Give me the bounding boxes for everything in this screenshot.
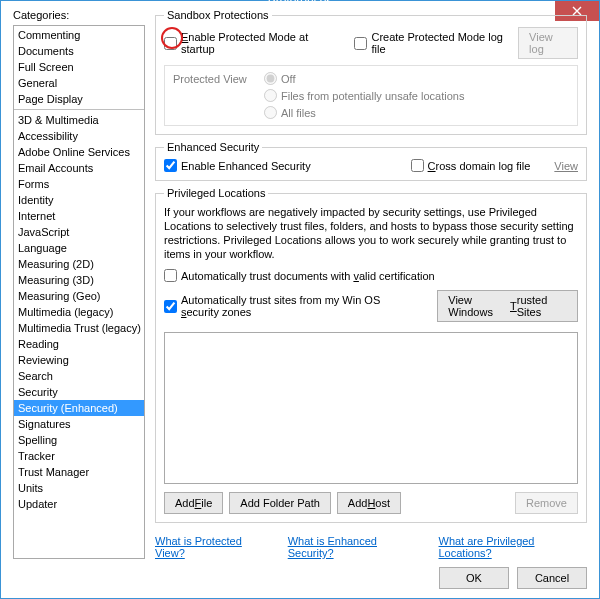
category-item[interactable]: Units	[14, 480, 144, 496]
privileged-locations-group: Privileged Locations If your workflows a…	[155, 187, 587, 523]
auto-trust-docs-checkbox[interactable]: Automatically trust documents with valid…	[164, 269, 578, 282]
category-item[interactable]: Measuring (3D)	[14, 272, 144, 288]
category-item[interactable]: Accessibility	[14, 128, 144, 144]
remove-button: Remove	[515, 492, 578, 514]
cross-domain-log-checkbox[interactable]: Cross domain log file	[411, 159, 531, 172]
enhanced-legend: Enhanced Security	[164, 141, 262, 153]
category-item[interactable]: Updater	[14, 496, 144, 512]
what-is-enhanced-security-link[interactable]: What is Enhanced Security?	[288, 535, 423, 559]
category-item[interactable]: Signatures	[14, 416, 144, 432]
preferences-window: Preferences Categories: CommentingDocume…	[0, 0, 600, 599]
category-item[interactable]: Internet	[14, 208, 144, 224]
view-link: View	[554, 160, 578, 172]
category-item[interactable]: Reviewing	[14, 352, 144, 368]
enable-protected-mode-checkbox[interactable]: Enable Protected Mode at startup	[164, 31, 330, 55]
category-item[interactable]: Language	[14, 240, 144, 256]
category-item[interactable]: Adobe Online Services	[14, 144, 144, 160]
category-item[interactable]: Reading	[14, 336, 144, 352]
category-item[interactable]: General	[14, 75, 144, 91]
category-item[interactable]: Forms	[14, 176, 144, 192]
sandbox-protections-group: Sandbox Protections Enable Protected Mod…	[155, 9, 587, 135]
protected-view-all-radio: All files	[264, 106, 316, 119]
protected-view-label: Protected View	[173, 73, 258, 85]
add-host-button[interactable]: Add Host	[337, 492, 401, 514]
category-item[interactable]: JavaScript	[14, 224, 144, 240]
privileged-legend: Privileged Locations	[164, 187, 268, 199]
categories-panel: Categories: CommentingDocumentsFull Scre…	[13, 9, 145, 559]
category-item[interactable]: Multimedia (legacy)	[14, 304, 144, 320]
category-item[interactable]: Trust Manager	[14, 464, 144, 480]
cancel-button[interactable]: Cancel	[517, 567, 587, 589]
sandbox-legend: Sandbox Protections	[164, 9, 272, 21]
window-title: Preferences	[1, 0, 599, 8]
protected-view-panel: Protected View Off Files from potentiall…	[164, 65, 578, 126]
category-item[interactable]: Full Screen	[14, 59, 144, 75]
category-item[interactable]: Search	[14, 368, 144, 384]
category-item[interactable]: Email Accounts	[14, 160, 144, 176]
categories-list[interactable]: CommentingDocumentsFull ScreenGeneralPag…	[13, 25, 145, 559]
view-trusted-sites-button[interactable]: View Windows Trusted Sites	[437, 290, 578, 322]
what-are-privileged-locations-link[interactable]: What are Privileged Locations?	[439, 535, 588, 559]
category-item[interactable]: Tracker	[14, 448, 144, 464]
category-item[interactable]: Measuring (2D)	[14, 256, 144, 272]
category-item[interactable]: Identity	[14, 192, 144, 208]
enhanced-security-group: Enhanced Security Enable Enhanced Securi…	[155, 141, 587, 181]
what-is-protected-view-link[interactable]: What is Protected View?	[155, 535, 272, 559]
category-item[interactable]: 3D & Multimedia	[14, 112, 144, 128]
add-file-button[interactable]: Add File	[164, 492, 223, 514]
protected-view-off-radio: Off	[264, 72, 295, 85]
category-item[interactable]: Documents	[14, 43, 144, 59]
settings-panel: Sandbox Protections Enable Protected Mod…	[155, 9, 587, 559]
privileged-locations-list[interactable]	[164, 332, 578, 484]
ok-button[interactable]: OK	[439, 567, 509, 589]
category-item[interactable]: Security	[14, 384, 144, 400]
category-item[interactable]: Page Display	[14, 91, 144, 107]
protected-view-unsafe-radio: Files from potentially unsafe locations	[264, 89, 464, 102]
help-links: What is Protected View? What is Enhanced…	[155, 535, 587, 559]
add-folder-path-button[interactable]: Add Folder Path	[229, 492, 331, 514]
dialog-footer: OK Cancel	[13, 567, 587, 589]
privileged-description: If your workflows are negatively impacte…	[164, 205, 578, 261]
category-item[interactable]: Security (Enhanced)	[14, 400, 144, 416]
enable-enhanced-security-checkbox[interactable]: Enable Enhanced Security	[164, 159, 311, 172]
category-item[interactable]: Spelling	[14, 432, 144, 448]
category-item[interactable]: Commenting	[14, 27, 144, 43]
category-item[interactable]: Multimedia Trust (legacy)	[14, 320, 144, 336]
view-log-button: View log	[518, 27, 578, 59]
auto-trust-sites-checkbox[interactable]: Automatically trust sites from my Win OS…	[164, 294, 417, 318]
category-separator	[14, 109, 144, 110]
create-log-file-checkbox[interactable]: Create Protected Mode log file	[354, 31, 506, 55]
categories-heading: Categories:	[13, 9, 145, 21]
category-item[interactable]: Measuring (Geo)	[14, 288, 144, 304]
